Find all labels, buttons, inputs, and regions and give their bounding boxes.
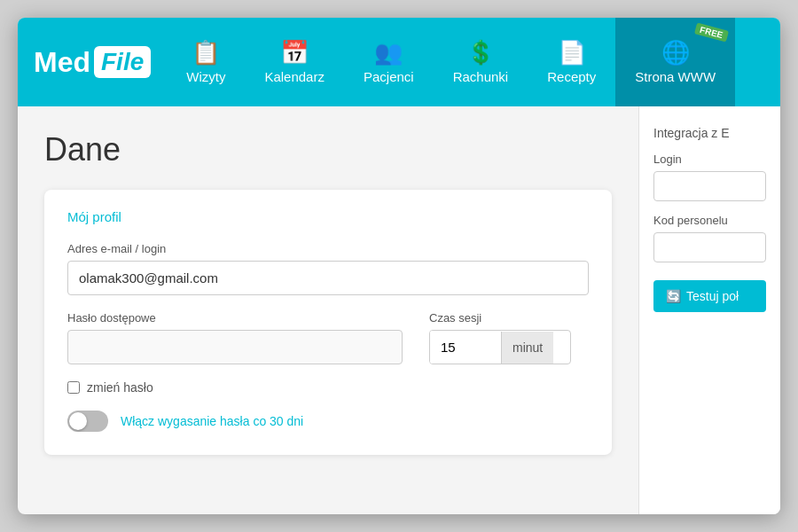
content: Dane Mój profil Adres e-mail / login Has… (18, 106, 780, 514)
password-group: Hasło dostępowe (67, 311, 403, 364)
app-window: Med File 📋 Wizyty 📅 Kalendarz 👥 Pacjenci… (18, 18, 780, 514)
nav-pacjenci[interactable]: 👥 Pacjenci (344, 18, 434, 106)
main-area: Dane Mój profil Adres e-mail / login Has… (18, 106, 638, 514)
wizyty-label: Wizyty (186, 69, 225, 84)
change-password-label[interactable]: zmień hasło (87, 380, 153, 395)
logo-med: Med (34, 46, 90, 79)
pacjenci-icon: 👥 (374, 41, 403, 64)
right-panel: Integracja z E Login Kod personelu 🔄 Tes… (638, 106, 780, 514)
nav-items: 📋 Wizyty 📅 Kalendarz 👥 Pacjenci 💲 Rachun… (167, 18, 780, 106)
page-title: Dane (44, 131, 612, 168)
session-input-row: minut (429, 330, 571, 364)
toggle-row: Włącz wygasanie hasła co 30 dni (67, 411, 589, 432)
rachunki-label: Rachunki (453, 69, 509, 84)
nav-kalendarz[interactable]: 📅 Kalendarz (245, 18, 344, 106)
test-connection-button[interactable]: 🔄 Testuj poł (653, 280, 766, 312)
toggle-knob (69, 412, 87, 430)
nav-rachunki[interactable]: 💲 Rachunki (434, 18, 528, 106)
login-label: Login (653, 153, 766, 166)
recepty-icon: 📄 (558, 41, 586, 64)
integration-login-field[interactable] (653, 171, 766, 201)
rachunki-icon: 💲 (466, 41, 495, 64)
navbar: Med File 📋 Wizyty 📅 Kalendarz 👥 Pacjenci… (18, 18, 780, 106)
password-label: Hasło dostępowe (67, 311, 403, 325)
password-session-row: Hasło dostępowe Czas sesji minut (67, 311, 589, 364)
kod-label: Kod personelu (653, 214, 766, 227)
session-group: Czas sesji minut (429, 311, 589, 364)
nav-strona-www[interactable]: FREE 🌐 Strona WWW (615, 18, 735, 106)
recepty-label: Recepty (547, 69, 596, 84)
email-label: Adres e-mail / login (67, 242, 589, 255)
nav-recepty[interactable]: 📄 Recepty (528, 18, 615, 106)
strona-www-label: Strona WWW (635, 69, 716, 84)
password-field[interactable] (67, 330, 403, 364)
profile-card: Mój profil Adres e-mail / login Hasło do… (44, 190, 612, 455)
session-unit: minut (501, 332, 553, 364)
test-button-label: Testuj poł (686, 289, 739, 303)
logo-file: File (94, 46, 151, 78)
email-field[interactable] (67, 261, 589, 295)
profile-card-title: Mój profil (67, 209, 589, 224)
kod-personelu-field[interactable] (653, 232, 766, 262)
change-password-checkbox[interactable] (67, 381, 80, 394)
toggle-label: Włącz wygasanie hasła co 30 dni (121, 414, 303, 428)
change-password-row: zmień hasło (67, 380, 589, 395)
password-expiry-toggle[interactable] (67, 411, 108, 432)
refresh-icon: 🔄 (666, 289, 681, 303)
right-panel-title: Integracja z E (653, 126, 766, 140)
email-group: Adres e-mail / login (67, 242, 589, 295)
nav-wizyty[interactable]: 📋 Wizyty (167, 18, 245, 106)
kalendarz-label: Kalendarz (264, 69, 325, 84)
logo: Med File (18, 18, 167, 106)
session-label: Czas sesji (429, 311, 589, 325)
free-badge: FREE (694, 22, 729, 42)
session-input[interactable] (430, 331, 501, 364)
pacjenci-label: Pacjenci (364, 69, 414, 84)
strona-www-icon: 🌐 (661, 41, 690, 64)
wizyty-icon: 📋 (192, 41, 220, 64)
kalendarz-icon: 📅 (280, 41, 309, 64)
